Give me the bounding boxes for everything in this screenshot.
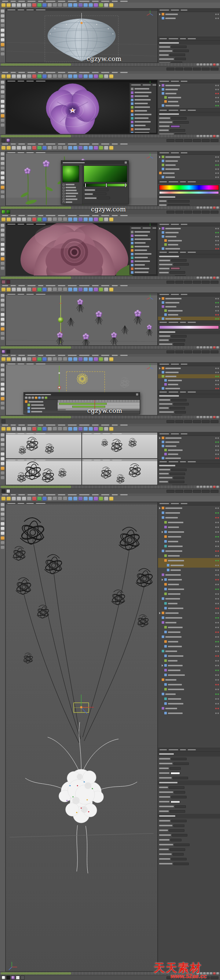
render-picture-viewer-icon[interactable] [58, 3, 62, 7]
light-icon[interactable] [109, 218, 113, 222]
list-row[interactable] [130, 237, 156, 241]
boole-icon[interactable] [89, 3, 93, 7]
list-row[interactable] [158, 301, 220, 304]
viewport-filter-icon[interactable] [1, 471, 5, 475]
value-field[interactable] [170, 848, 185, 851]
viewport-filter-icon[interactable] [1, 541, 5, 545]
visibility-dot[interactable] [215, 177, 217, 178]
list-row[interactable] [158, 520, 220, 525]
enable-snap-icon[interactable] [1, 43, 5, 46]
visibility-dot[interactable] [217, 584, 219, 585]
material-thumbnail[interactable] [2, 350, 5, 354]
convert-object-icon[interactable] [1, 433, 5, 437]
material-editor-window[interactable] [61, 160, 129, 204]
list-row[interactable] [158, 266, 220, 270]
menu-item[interactable] [180, 461, 186, 462]
list-row[interactable] [84, 192, 127, 196]
viewport-filter-icon[interactable] [1, 262, 5, 266]
menu-item[interactable] [92, 215, 99, 216]
list-row[interactable] [158, 823, 220, 828]
menu-item[interactable] [131, 228, 141, 229]
coordinate-field[interactable] [175, 490, 183, 493]
menu-item[interactable] [169, 252, 178, 253]
visibility-dot[interactable] [217, 541, 219, 542]
value-field[interactable] [169, 480, 184, 483]
visibility-dot[interactable] [217, 560, 219, 562]
viewport[interactable] [5, 151, 158, 206]
list-row[interactable] [158, 658, 220, 663]
list-row[interactable] [158, 49, 220, 53]
primitive-cube-icon[interactable] [68, 3, 72, 7]
enable-snap-icon[interactable] [1, 186, 5, 189]
deformer-dropdown-menu[interactable] [130, 226, 157, 275]
autokey-icon[interactable] [216, 135, 219, 138]
visibility-dot[interactable] [215, 14, 217, 15]
points-mode-icon[interactable] [1, 171, 5, 175]
list-row[interactable] [62, 198, 81, 201]
viewport-front[interactable] [6, 459, 81, 485]
list-row[interactable] [158, 317, 220, 320]
coordinate-field[interactable] [184, 67, 192, 70]
value-field[interactable] [96, 189, 109, 191]
visibility-dot[interactable] [215, 169, 217, 170]
light-icon[interactable] [109, 497, 113, 501]
material-thumbnail[interactable] [6, 210, 10, 214]
visibility-dot[interactable] [217, 646, 219, 647]
move-tool-icon[interactable] [12, 75, 16, 78]
lock-y-axis-icon[interactable] [37, 75, 41, 78]
edges-mode-icon[interactable] [1, 248, 5, 251]
visibility-dot[interactable] [215, 612, 217, 614]
list-row[interactable] [158, 606, 220, 611]
list-row[interactable] [158, 573, 220, 577]
points-mode-icon[interactable] [1, 243, 5, 247]
undo-icon[interactable] [2, 75, 5, 78]
edges-mode-icon[interactable] [1, 527, 5, 531]
menu-item[interactable] [38, 1, 43, 2]
menu-item[interactable] [17, 10, 24, 10]
list-row[interactable] [158, 790, 220, 795]
visibility-dot[interactable] [217, 632, 219, 633]
color-swatch[interactable] [171, 125, 180, 128]
list-row[interactable] [158, 757, 220, 761]
render-settings-icon[interactable] [63, 146, 67, 150]
value-field[interactable] [169, 829, 184, 832]
visibility-dot[interactable] [215, 302, 217, 304]
list-row[interactable] [158, 476, 220, 480]
list-row[interactable] [158, 568, 220, 573]
redo-icon[interactable] [6, 427, 11, 431]
motion-mode-icon[interactable] [32, 397, 34, 399]
light-icon[interactable] [109, 75, 113, 78]
record-keyframe-icon[interactable] [213, 64, 215, 66]
menu-item[interactable] [27, 215, 36, 216]
list-row[interactable] [158, 852, 220, 857]
list-row[interactable] [158, 338, 220, 342]
channel-checkbox[interactable] [63, 192, 65, 194]
array-generator-icon[interactable] [84, 75, 88, 78]
spline-pen-icon[interactable] [73, 357, 78, 361]
visibility-dot[interactable] [215, 655, 217, 657]
visibility-dot[interactable] [217, 384, 219, 385]
menu-item[interactable] [160, 252, 167, 253]
list-row[interactable] [158, 833, 220, 838]
timeline-ruler[interactable] [0, 485, 220, 488]
menu-item[interactable] [79, 215, 89, 216]
visibility-dot[interactable] [217, 376, 219, 377]
visibility-dot[interactable] [217, 508, 219, 509]
timeline-range[interactable] [1, 346, 71, 348]
list-row[interactable] [62, 183, 81, 186]
menu-item[interactable] [101, 494, 109, 495]
render-settings-icon[interactable] [63, 497, 67, 501]
visibility-dot[interactable] [215, 660, 217, 662]
attribute-manager-tabs[interactable] [158, 180, 220, 184]
menu-item[interactable] [160, 38, 167, 39]
lock-z-axis-icon[interactable] [43, 146, 47, 150]
scale-tool-icon[interactable] [17, 427, 21, 431]
coordinate-system-icon[interactable] [47, 146, 52, 150]
list-row[interactable] [158, 654, 220, 658]
value-field[interactable] [175, 805, 186, 808]
visibility-dot[interactable] [217, 172, 219, 174]
list-row[interactable] [158, 452, 220, 456]
texture-mode-icon[interactable] [1, 512, 5, 516]
menu-item[interactable] [58, 143, 65, 145]
menu-item[interactable] [7, 81, 16, 81]
